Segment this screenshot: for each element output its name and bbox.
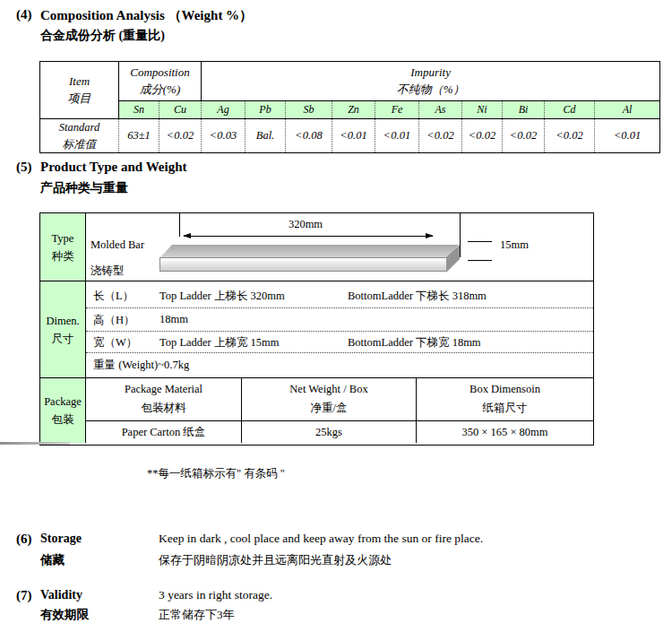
product-table: Type 种类 Molded Bar 浇铸型 320mm 15mm Dimen.…	[39, 212, 594, 446]
height-tick-bottom	[468, 260, 492, 261]
spec-document-page: { "section4": { "num": "(4)", "title": "…	[0, 0, 672, 623]
bar-front-face	[159, 257, 447, 272]
section4-number: (4)	[16, 7, 32, 22]
type-label-zh: 种类	[52, 247, 74, 265]
element-header-as: As	[419, 101, 462, 119]
net-weight-en: Net Weight / Box	[289, 383, 367, 396]
value-ag: <0.03	[202, 119, 246, 153]
package-material-en: Package Material	[125, 383, 202, 396]
height-tick-top	[468, 241, 492, 242]
box-dimension-zh: 纸箱尺寸	[483, 401, 528, 416]
value-pb: Bal.	[246, 119, 286, 153]
value-al: <0.01	[595, 119, 660, 153]
section6-number: (6)	[16, 532, 32, 547]
length-label: 长（L）	[93, 289, 134, 304]
value-sb: <0.08	[286, 119, 332, 153]
standard-label-zh: 标准值	[40, 136, 118, 152]
item-header-cell: Item 项目	[40, 62, 119, 119]
validity-text-zh: 正常储存下3年	[159, 607, 235, 623]
value-cd: <0.02	[545, 119, 595, 153]
element-header-sn: Sn	[119, 101, 159, 119]
dimension-row-content: 长（L） Top Ladder 上梯长 320mm BottomLadder 下…	[86, 281, 593, 377]
bar-top-face	[159, 245, 459, 258]
section5-subtitle: 产品种类与重量	[40, 180, 128, 196]
section4-title: Composition Analysis （Weight %）	[40, 7, 253, 24]
element-header-ag: Ag	[202, 101, 246, 119]
composition-table: Item 项目 Composition 成分(%) Impurity 不纯物（%…	[39, 61, 660, 153]
weight-value: 重量 (Weight)~0.7kg	[93, 358, 189, 373]
value-zn: <0.01	[332, 119, 375, 153]
impurity-header-cell: Impurity 不纯物（%）	[202, 62, 660, 101]
storage-text-en: Keep in dark , cool place and keep away …	[159, 532, 483, 546]
standard-row-label: Standard 标准值	[40, 119, 119, 153]
molded-bar-label-zh: 浇铸型	[90, 264, 125, 279]
weight-sub-row: 重量 (Weight)~0.7kg	[86, 353, 593, 378]
composition-label-en: Composition	[119, 65, 201, 82]
element-header-pb: Pb	[246, 101, 286, 119]
height-value: 18mm	[159, 313, 188, 326]
dimen-label-zh: 尺寸	[52, 330, 74, 348]
length-sub-row: 长（L） Top Ladder 上梯长 320mm BottomLadder 下…	[86, 281, 593, 308]
bar-height-label: 15mm	[500, 238, 529, 252]
impurity-label-en: Impurity	[202, 65, 659, 82]
package-row-content: Package Material 包装材料 Net Weight / Box 净…	[86, 378, 593, 443]
value-sn: 63±1	[119, 119, 159, 153]
element-header-cu: Cu	[159, 101, 202, 119]
length-dimension-arrow	[184, 236, 433, 237]
net-weight-value: 25kgs	[242, 421, 417, 443]
package-values-row: Paper Carton 纸盒 25kgs 350 × 165 × 80mm	[86, 421, 593, 443]
standard-label-en: Standard	[40, 119, 118, 135]
value-bi: <0.02	[503, 119, 545, 153]
measure-line-right	[460, 213, 461, 257]
section4-subtitle: 合金成份分析 (重量比)	[40, 28, 165, 44]
storage-text-zh: 保存于阴暗阴凉处并且远离阳光直射及火源处	[159, 552, 392, 568]
type-label-en: Type	[52, 229, 74, 247]
package-row-header: Package 包装	[40, 378, 86, 443]
impurity-label-zh: 不纯物（%）	[202, 82, 659, 99]
dimen-label-en: Dimen.	[46, 312, 79, 330]
box-dimension-value: 350 × 165 × 80mm	[417, 421, 593, 443]
package-material-header: Package Material 包装材料	[86, 378, 242, 420]
net-weight-header: Net Weight / Box 净重/盒	[242, 378, 417, 420]
composition-label-zh: 成分(%)	[119, 82, 201, 99]
section7-title-zh: 有效期限	[40, 607, 89, 623]
package-row: Package 包装 Package Material 包装材料 Net Wei…	[40, 378, 593, 443]
bar-length-label: 320mm	[247, 218, 364, 231]
element-header-zn: Zn	[332, 101, 375, 119]
element-header-ni: Ni	[462, 101, 503, 119]
width-sub-row: 宽（W） Top Ladder 上梯宽 15mm BottomLadder 下梯…	[86, 332, 593, 353]
length-bottom-value: BottomLadder 下梯长 318mm	[348, 289, 487, 304]
package-material-value: Paper Carton 纸盒	[86, 421, 242, 443]
height-sub-row: 高（H） 18mm	[86, 308, 593, 332]
height-label: 高（H）	[93, 313, 135, 328]
width-top-value: Top Ladder 上梯宽 15mm	[159, 335, 279, 350]
type-row-content: Molded Bar 浇铸型 320mm 15mm	[86, 213, 593, 281]
section7-title: Validity	[40, 588, 82, 602]
package-material-zh: 包装材料	[142, 401, 186, 416]
section5-number: (5)	[16, 160, 32, 175]
width-bottom-value: BottomLadder 下梯宽 18mm	[348, 335, 481, 350]
value-cu: <0.02	[159, 119, 202, 153]
element-header-al: Al	[595, 101, 660, 119]
element-header-sb: Sb	[286, 101, 332, 119]
value-fe: <0.01	[375, 119, 419, 153]
box-dimension-en: Box Dimensoin	[470, 383, 540, 396]
item-label-zh: 项目	[40, 91, 118, 108]
validity-text-en: 3 years in right storage.	[159, 588, 272, 602]
composition-header-cell: Composition 成分(%)	[119, 62, 202, 101]
length-top-value: Top Ladder 上梯长 320mm	[159, 289, 285, 304]
page-edge-artifact	[0, 442, 70, 445]
type-row-header: Type 种类	[40, 213, 86, 281]
element-header-fe: Fe	[375, 101, 419, 119]
package-label-en: Package	[44, 393, 82, 411]
item-label-en: Item	[40, 74, 118, 91]
package-header-row: Package Material 包装材料 Net Weight / Box 净…	[86, 378, 593, 421]
measure-line-left	[179, 213, 180, 237]
element-header-bi: Bi	[503, 101, 545, 119]
section5-title: Product Type and Weight	[40, 160, 187, 175]
element-header-cd: Cd	[545, 101, 595, 119]
dimension-row-header: Dimen. 尺寸	[40, 281, 86, 377]
package-label-zh: 包装	[52, 411, 74, 428]
value-ni: <0.02	[462, 119, 503, 153]
section6-title: Storage	[40, 532, 82, 546]
